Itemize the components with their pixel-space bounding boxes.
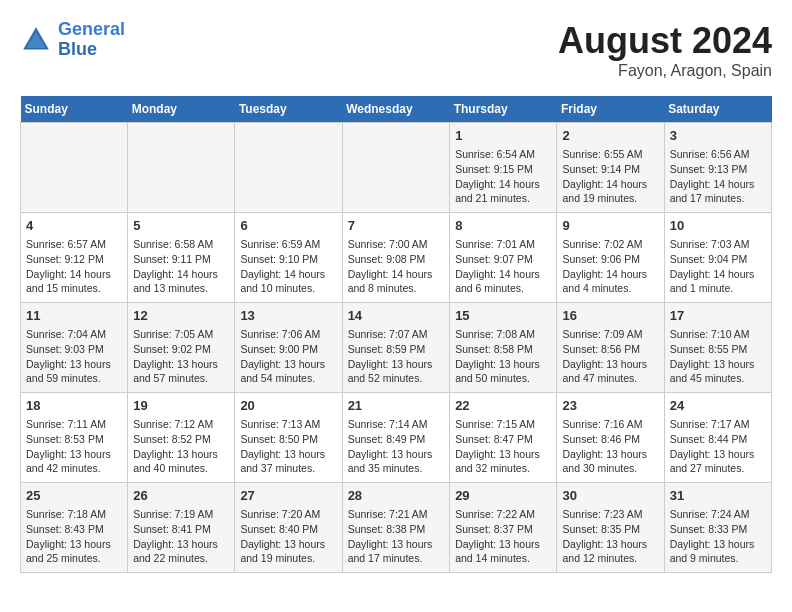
day-number: 23	[562, 397, 658, 415]
calendar-day-9: 9Sunrise: 7:02 AM Sunset: 9:06 PM Daylig…	[557, 213, 664, 303]
calendar-day-24: 24Sunrise: 7:17 AM Sunset: 8:44 PM Dayli…	[664, 393, 771, 483]
day-info: Sunrise: 7:07 AM Sunset: 8:59 PM Dayligh…	[348, 327, 445, 386]
weekday-header-thursday: Thursday	[450, 96, 557, 123]
weekday-header-sunday: Sunday	[21, 96, 128, 123]
day-number: 16	[562, 307, 658, 325]
calendar-day-4: 4Sunrise: 6:57 AM Sunset: 9:12 PM Daylig…	[21, 213, 128, 303]
day-info: Sunrise: 7:04 AM Sunset: 9:03 PM Dayligh…	[26, 327, 122, 386]
calendar-day-30: 30Sunrise: 7:23 AM Sunset: 8:35 PM Dayli…	[557, 483, 664, 573]
weekday-header-tuesday: Tuesday	[235, 96, 342, 123]
day-info: Sunrise: 7:01 AM Sunset: 9:07 PM Dayligh…	[455, 237, 551, 296]
weekday-header-row: SundayMondayTuesdayWednesdayThursdayFrid…	[21, 96, 772, 123]
day-info: Sunrise: 7:17 AM Sunset: 8:44 PM Dayligh…	[670, 417, 766, 476]
calendar-day-13: 13Sunrise: 7:06 AM Sunset: 9:00 PM Dayli…	[235, 303, 342, 393]
day-info: Sunrise: 7:02 AM Sunset: 9:06 PM Dayligh…	[562, 237, 658, 296]
calendar-day-10: 10Sunrise: 7:03 AM Sunset: 9:04 PM Dayli…	[664, 213, 771, 303]
day-info: Sunrise: 6:58 AM Sunset: 9:11 PM Dayligh…	[133, 237, 229, 296]
day-number: 20	[240, 397, 336, 415]
title-block: August 2024 Fayon, Aragon, Spain	[558, 20, 772, 80]
calendar-empty-cell	[128, 123, 235, 213]
calendar-day-21: 21Sunrise: 7:14 AM Sunset: 8:49 PM Dayli…	[342, 393, 450, 483]
calendar-day-19: 19Sunrise: 7:12 AM Sunset: 8:52 PM Dayli…	[128, 393, 235, 483]
calendar-week-row: 18Sunrise: 7:11 AM Sunset: 8:53 PM Dayli…	[21, 393, 772, 483]
day-number: 17	[670, 307, 766, 325]
calendar-empty-cell	[21, 123, 128, 213]
weekday-header-friday: Friday	[557, 96, 664, 123]
calendar-day-1: 1Sunrise: 6:54 AM Sunset: 9:15 PM Daylig…	[450, 123, 557, 213]
day-number: 18	[26, 397, 122, 415]
day-info: Sunrise: 7:22 AM Sunset: 8:37 PM Dayligh…	[455, 507, 551, 566]
calendar-day-26: 26Sunrise: 7:19 AM Sunset: 8:41 PM Dayli…	[128, 483, 235, 573]
day-number: 14	[348, 307, 445, 325]
calendar-day-31: 31Sunrise: 7:24 AM Sunset: 8:33 PM Dayli…	[664, 483, 771, 573]
calendar-day-27: 27Sunrise: 7:20 AM Sunset: 8:40 PM Dayli…	[235, 483, 342, 573]
day-info: Sunrise: 7:14 AM Sunset: 8:49 PM Dayligh…	[348, 417, 445, 476]
day-info: Sunrise: 6:56 AM Sunset: 9:13 PM Dayligh…	[670, 147, 766, 206]
day-info: Sunrise: 7:21 AM Sunset: 8:38 PM Dayligh…	[348, 507, 445, 566]
calendar-week-row: 25Sunrise: 7:18 AM Sunset: 8:43 PM Dayli…	[21, 483, 772, 573]
day-info: Sunrise: 6:54 AM Sunset: 9:15 PM Dayligh…	[455, 147, 551, 206]
day-number: 29	[455, 487, 551, 505]
calendar-day-6: 6Sunrise: 6:59 AM Sunset: 9:10 PM Daylig…	[235, 213, 342, 303]
day-number: 12	[133, 307, 229, 325]
calendar-day-3: 3Sunrise: 6:56 AM Sunset: 9:13 PM Daylig…	[664, 123, 771, 213]
day-number: 21	[348, 397, 445, 415]
weekday-header-monday: Monday	[128, 96, 235, 123]
day-number: 5	[133, 217, 229, 235]
calendar-day-18: 18Sunrise: 7:11 AM Sunset: 8:53 PM Dayli…	[21, 393, 128, 483]
calendar-empty-cell	[235, 123, 342, 213]
day-number: 2	[562, 127, 658, 145]
logo: General Blue	[20, 20, 125, 60]
weekday-header-saturday: Saturday	[664, 96, 771, 123]
day-number: 9	[562, 217, 658, 235]
day-info: Sunrise: 6:55 AM Sunset: 9:14 PM Dayligh…	[562, 147, 658, 206]
calendar-table: SundayMondayTuesdayWednesdayThursdayFrid…	[20, 96, 772, 573]
calendar-day-14: 14Sunrise: 7:07 AM Sunset: 8:59 PM Dayli…	[342, 303, 450, 393]
calendar-day-20: 20Sunrise: 7:13 AM Sunset: 8:50 PM Dayli…	[235, 393, 342, 483]
calendar-day-22: 22Sunrise: 7:15 AM Sunset: 8:47 PM Dayli…	[450, 393, 557, 483]
calendar-day-12: 12Sunrise: 7:05 AM Sunset: 9:02 PM Dayli…	[128, 303, 235, 393]
calendar-header: SundayMondayTuesdayWednesdayThursdayFrid…	[21, 96, 772, 123]
calendar-subtitle: Fayon, Aragon, Spain	[558, 62, 772, 80]
day-info: Sunrise: 7:03 AM Sunset: 9:04 PM Dayligh…	[670, 237, 766, 296]
day-number: 8	[455, 217, 551, 235]
calendar-body: 1Sunrise: 6:54 AM Sunset: 9:15 PM Daylig…	[21, 123, 772, 573]
day-number: 22	[455, 397, 551, 415]
day-info: Sunrise: 7:09 AM Sunset: 8:56 PM Dayligh…	[562, 327, 658, 386]
day-info: Sunrise: 7:24 AM Sunset: 8:33 PM Dayligh…	[670, 507, 766, 566]
day-number: 7	[348, 217, 445, 235]
day-number: 10	[670, 217, 766, 235]
calendar-day-2: 2Sunrise: 6:55 AM Sunset: 9:14 PM Daylig…	[557, 123, 664, 213]
day-info: Sunrise: 7:10 AM Sunset: 8:55 PM Dayligh…	[670, 327, 766, 386]
day-number: 15	[455, 307, 551, 325]
day-info: Sunrise: 6:57 AM Sunset: 9:12 PM Dayligh…	[26, 237, 122, 296]
calendar-day-25: 25Sunrise: 7:18 AM Sunset: 8:43 PM Dayli…	[21, 483, 128, 573]
weekday-header-wednesday: Wednesday	[342, 96, 450, 123]
logo-text: General Blue	[58, 20, 125, 60]
day-info: Sunrise: 7:12 AM Sunset: 8:52 PM Dayligh…	[133, 417, 229, 476]
day-info: Sunrise: 7:13 AM Sunset: 8:50 PM Dayligh…	[240, 417, 336, 476]
day-info: Sunrise: 7:15 AM Sunset: 8:47 PM Dayligh…	[455, 417, 551, 476]
day-info: Sunrise: 7:05 AM Sunset: 9:02 PM Dayligh…	[133, 327, 229, 386]
calendar-week-row: 4Sunrise: 6:57 AM Sunset: 9:12 PM Daylig…	[21, 213, 772, 303]
day-info: Sunrise: 7:23 AM Sunset: 8:35 PM Dayligh…	[562, 507, 658, 566]
day-number: 19	[133, 397, 229, 415]
day-number: 6	[240, 217, 336, 235]
day-info: Sunrise: 7:11 AM Sunset: 8:53 PM Dayligh…	[26, 417, 122, 476]
calendar-day-11: 11Sunrise: 7:04 AM Sunset: 9:03 PM Dayli…	[21, 303, 128, 393]
calendar-day-17: 17Sunrise: 7:10 AM Sunset: 8:55 PM Dayli…	[664, 303, 771, 393]
day-info: Sunrise: 6:59 AM Sunset: 9:10 PM Dayligh…	[240, 237, 336, 296]
day-info: Sunrise: 7:18 AM Sunset: 8:43 PM Dayligh…	[26, 507, 122, 566]
day-number: 26	[133, 487, 229, 505]
calendar-day-5: 5Sunrise: 6:58 AM Sunset: 9:11 PM Daylig…	[128, 213, 235, 303]
calendar-day-15: 15Sunrise: 7:08 AM Sunset: 8:58 PM Dayli…	[450, 303, 557, 393]
day-number: 31	[670, 487, 766, 505]
day-number: 28	[348, 487, 445, 505]
day-number: 1	[455, 127, 551, 145]
day-number: 13	[240, 307, 336, 325]
calendar-day-7: 7Sunrise: 7:00 AM Sunset: 9:08 PM Daylig…	[342, 213, 450, 303]
logo-icon	[20, 24, 52, 56]
day-number: 24	[670, 397, 766, 415]
day-info: Sunrise: 7:16 AM Sunset: 8:46 PM Dayligh…	[562, 417, 658, 476]
calendar-day-16: 16Sunrise: 7:09 AM Sunset: 8:56 PM Dayli…	[557, 303, 664, 393]
